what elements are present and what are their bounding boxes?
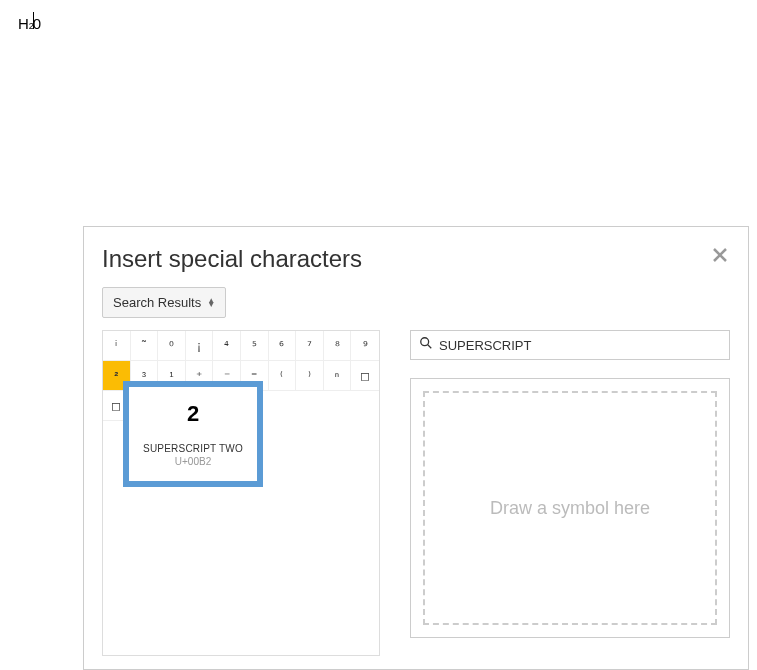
char-cell[interactable]: ⁸ [324,331,352,361]
search-icon [419,336,433,354]
results-panel: ⁱ ˜ ⁰ ¡ ⁴ ⁵ ⁶ ⁷ ⁸ ⁹ ² ³ ¹ ⁺ ⁻ ⁼ [102,330,380,656]
char-cell-empty [269,391,297,421]
insert-special-characters-dialog: Insert special characters Search Results… [83,226,749,670]
char-cell[interactable]: ˜ [131,331,159,361]
search-input[interactable] [439,338,721,353]
category-dropdown[interactable]: Search Results ▲▼ [102,287,226,318]
document-text[interactable]: H20 [18,12,41,32]
search-draw-panel: Draw a symbol here [410,330,730,656]
char-cell[interactable]: ⁶ [269,331,297,361]
grid-row-1: ⁱ ˜ ⁰ ¡ ⁴ ⁵ ⁶ ⁷ ⁸ ⁹ [103,331,379,361]
character-grid: ⁱ ˜ ⁰ ¡ ⁴ ⁵ ⁶ ⁷ ⁸ ⁹ ² ³ ¹ ⁺ ⁻ ⁼ [102,330,380,656]
svg-line-1 [428,345,432,349]
char-cell[interactable]: ⁾ [296,361,324,391]
dropdown-label: Search Results [113,295,201,310]
tooltip-glyph: 2 [135,401,251,427]
char-cell[interactable]: ⁴ [213,331,241,361]
search-bar [410,330,730,360]
tooltip-name: SUPERSCRIPT TWO [135,443,251,454]
char-cell[interactable]: ⁷ [296,331,324,361]
char-cell[interactable]: ⁵ [241,331,269,361]
char-cell-empty [351,391,379,421]
doc-char-h: H [18,15,29,32]
character-tooltip: 2 SUPERSCRIPT TWO U+00B2 [123,381,263,487]
dialog-content: ⁱ ˜ ⁰ ¡ ⁴ ⁵ ⁶ ⁷ ⁸ ⁹ ² ³ ¹ ⁺ ⁻ ⁼ [102,330,730,656]
char-cell-empty [296,391,324,421]
draw-placeholder: Draw a symbol here [490,498,650,519]
dialog-title: Insert special characters [102,245,730,273]
sort-icon: ▲▼ [207,299,215,307]
char-cell[interactable]: ⁿ [324,361,352,391]
draw-canvas-container: Draw a symbol here [410,378,730,638]
draw-canvas[interactable]: Draw a symbol here [423,391,717,625]
char-cell[interactable]: ⁰ [158,331,186,361]
close-icon [712,249,728,266]
tooltip-codepoint: U+00B2 [135,456,251,467]
char-cell[interactable]: ⁽ [269,361,297,391]
char-cell[interactable]: ⁱ [103,331,131,361]
char-cell-empty [324,391,352,421]
close-button[interactable] [712,247,728,267]
char-cell[interactable]: ¡ [186,331,214,361]
char-cell[interactable]: ◻ [351,361,379,391]
svg-point-0 [421,338,429,346]
char-cell[interactable]: ⁹ [351,331,379,361]
doc-char-0: 0 [33,15,41,32]
